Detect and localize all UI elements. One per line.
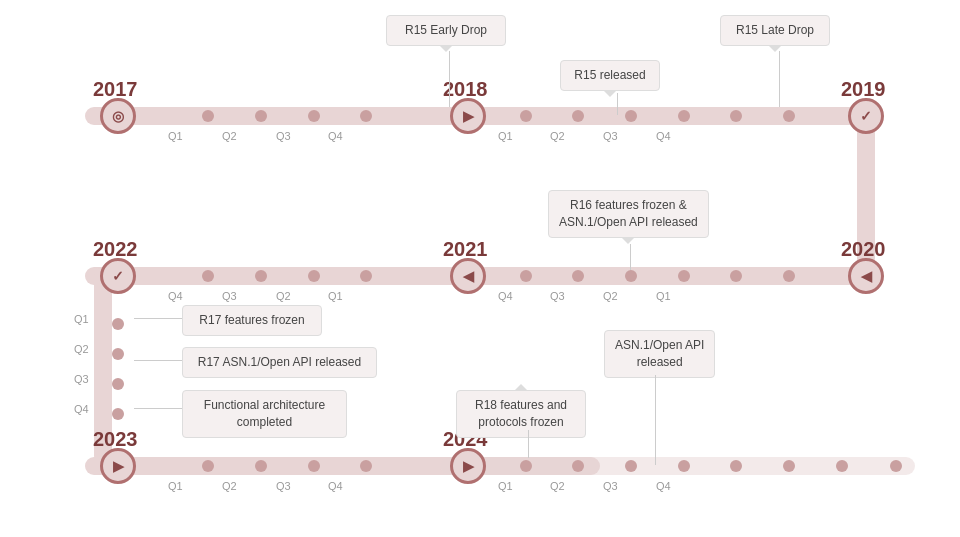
q-r2-6: Q3 xyxy=(550,290,565,302)
node-2020-icon: ◀ xyxy=(861,268,872,284)
node-2023-icon: ▶ xyxy=(113,458,124,474)
callout-r15-released-text: R15 released xyxy=(574,68,645,82)
dot-r3-8 xyxy=(678,460,690,472)
q-r3-1: Q1 xyxy=(168,480,183,492)
q-r1-4: Q4 xyxy=(328,130,343,142)
q-r3-6: Q2 xyxy=(550,480,565,492)
callout-r18-frozen-text: R18 features andprotocols frozen xyxy=(475,398,567,429)
dot-r1-3 xyxy=(308,110,320,122)
node-2018: ▶ xyxy=(450,98,486,134)
node-2019: ✓ xyxy=(848,98,884,134)
q-r3-5: Q1 xyxy=(498,480,513,492)
q-r1-3: Q3 xyxy=(276,130,291,142)
dot-r1-6 xyxy=(572,110,584,122)
callout-r15-released: R15 released xyxy=(560,60,660,91)
dot-r2-10 xyxy=(783,270,795,282)
callout-r18-frozen: R18 features andprotocols frozen xyxy=(456,390,586,438)
callout-asn-released-text: ASN.1/Open APIreleased xyxy=(615,338,704,369)
node-2021-icon: ◀ xyxy=(463,268,474,284)
q-r3-2: Q2 xyxy=(222,480,237,492)
callout-r17-frozen-text: R17 features frozen xyxy=(199,313,304,327)
node-2022: ✓ xyxy=(100,258,136,294)
dot-r3-10 xyxy=(783,460,795,472)
dot-r1-5 xyxy=(520,110,532,122)
dot-r3-7 xyxy=(625,460,637,472)
dot-r3-5 xyxy=(520,460,532,472)
dot-r2-7 xyxy=(625,270,637,282)
q-r1-8: Q4 xyxy=(656,130,671,142)
q-col-2: Q2 xyxy=(74,343,89,355)
dot-r3-4 xyxy=(360,460,372,472)
q-r2-5: Q4 xyxy=(498,290,513,302)
dot-r3-3 xyxy=(308,460,320,472)
q-r2-2: Q3 xyxy=(222,290,237,302)
q-r2-3: Q2 xyxy=(276,290,291,302)
dot-col-4 xyxy=(112,408,124,420)
node-2021: ◀ xyxy=(450,258,486,294)
dot-r2-1 xyxy=(202,270,214,282)
q-r1-5: Q1 xyxy=(498,130,513,142)
dot-r1-4 xyxy=(360,110,372,122)
connector-func-arch xyxy=(134,408,182,409)
dot-r1-8 xyxy=(678,110,690,122)
dot-r1-2 xyxy=(255,110,267,122)
callout-r15-late: R15 Late Drop xyxy=(720,15,830,46)
q-r3-8: Q4 xyxy=(656,480,671,492)
callout-r16-frozen: R16 features frozen &ASN.1/Open API rele… xyxy=(548,190,709,238)
q-r1-7: Q3 xyxy=(603,130,618,142)
connector-asn-released xyxy=(655,375,656,465)
q-r1-2: Q2 xyxy=(222,130,237,142)
connector-r15-early xyxy=(449,51,450,107)
callout-r15-late-text: R15 Late Drop xyxy=(736,23,814,37)
q-col-3: Q3 xyxy=(74,373,89,385)
callout-r16-frozen-text: R16 features frozen &ASN.1/Open API rele… xyxy=(559,198,698,229)
node-2024: ▶ xyxy=(450,448,486,484)
node-2024-icon: ▶ xyxy=(463,458,474,474)
callout-r17-asn: R17 ASN.1/Open API released xyxy=(182,347,377,378)
connector-r15-released xyxy=(617,93,618,115)
callout-r17-asn-text: R17 ASN.1/Open API released xyxy=(198,355,361,369)
q-r3-3: Q3 xyxy=(276,480,291,492)
dot-col-1 xyxy=(112,318,124,330)
q-r2-8: Q1 xyxy=(656,290,671,302)
callout-r15-early: R15 Early Drop xyxy=(386,15,506,46)
dot-r2-2 xyxy=(255,270,267,282)
q-r3-4: Q4 xyxy=(328,480,343,492)
callout-func-arch: Functional architecturecompleted xyxy=(182,390,347,438)
node-2017: ◎ xyxy=(100,98,136,134)
dot-r2-6 xyxy=(572,270,584,282)
callout-r15-early-text: R15 Early Drop xyxy=(405,23,487,37)
q-col-1: Q1 xyxy=(74,313,89,325)
node-2022-icon: ✓ xyxy=(112,268,124,284)
q-r2-4: Q1 xyxy=(328,290,343,302)
dot-r1-7 xyxy=(625,110,637,122)
node-2017-icon: ◎ xyxy=(112,108,124,124)
node-2019-icon: ✓ xyxy=(860,108,872,124)
dot-r3-6 xyxy=(572,460,584,472)
callout-r17-frozen: R17 features frozen xyxy=(182,305,322,336)
q-col-4: Q4 xyxy=(74,403,89,415)
connector-r15-late xyxy=(779,51,780,107)
connector-r18-frozen xyxy=(528,430,529,458)
dot-col-2 xyxy=(112,348,124,360)
callout-asn-released: ASN.1/Open APIreleased xyxy=(604,330,715,378)
connector-r17-asn xyxy=(134,360,182,361)
connector-r17-frozen xyxy=(134,318,182,319)
dot-r2-8 xyxy=(678,270,690,282)
dot-r1-10 xyxy=(783,110,795,122)
node-2018-icon: ▶ xyxy=(463,108,474,124)
q-r1-1: Q1 xyxy=(168,130,183,142)
q-r2-7: Q2 xyxy=(603,290,618,302)
q-r3-7: Q3 xyxy=(603,480,618,492)
q-r2-1: Q4 xyxy=(168,290,183,302)
dot-col-3 xyxy=(112,378,124,390)
dot-r1-1 xyxy=(202,110,214,122)
dot-r2-5 xyxy=(520,270,532,282)
dot-r3-2 xyxy=(255,460,267,472)
node-2020: ◀ xyxy=(848,258,884,294)
dot-r2-4 xyxy=(360,270,372,282)
dot-r1-9 xyxy=(730,110,742,122)
dot-r3-9 xyxy=(730,460,742,472)
timeline-container: ◎ 2017 ▶ 2018 ✓ 2019 ✓ 2022 ◀ 2021 ◀ 202… xyxy=(0,0,960,537)
dot-r3-12 xyxy=(890,460,902,472)
